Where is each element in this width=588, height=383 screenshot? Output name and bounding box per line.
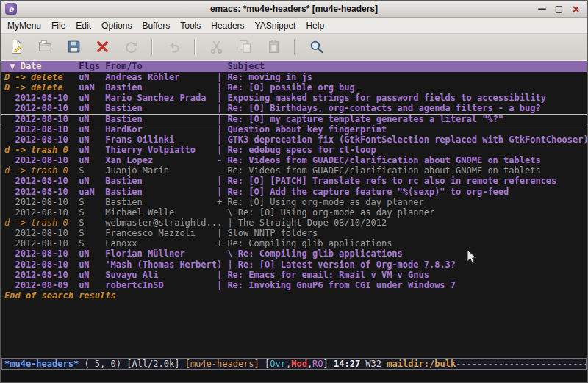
- header-line: ▼ DateFlgsFrom/To Subject: [1, 61, 587, 72]
- refresh-icon[interactable]: [120, 37, 142, 57]
- emacs-icon: e: [5, 3, 17, 15]
- modeline-segment-plain: ]: [323, 359, 334, 369]
- column-header-flags[interactable]: Flgs: [79, 61, 105, 72]
- row-date: -> delete: [15, 82, 79, 93]
- row-mark-char: d: [4, 145, 15, 155]
- message-row[interactable]: 2012-08-10uNBastien| Re: [O] [PATCH] Tra…: [1, 176, 587, 186]
- row-flags: uN: [79, 72, 105, 82]
- frame-content: ▼ DateFlgsFrom/To Subject D-> deleteuNAn…: [1, 60, 587, 382]
- row-flags: uN: [79, 135, 105, 145]
- menu-item-edit[interactable]: Edit: [71, 19, 96, 32]
- minimize-button[interactable]: —: [535, 3, 549, 15]
- close-button[interactable]: ×: [569, 3, 583, 15]
- row-mark-char: [4, 187, 15, 197]
- maximize-button[interactable]: □: [552, 3, 566, 15]
- row-mark-char: [4, 93, 15, 103]
- row-from: Bastien: [105, 82, 211, 93]
- row-mark-char: [4, 176, 15, 186]
- message-row[interactable]: D-> deleteuaNBastien| Re: [O] possible o…: [1, 82, 587, 93]
- copy-icon[interactable]: [234, 37, 256, 57]
- column-header-date[interactable]: ▼ Date: [4, 61, 79, 72]
- menubar: MyMenuFileEditOptionsBuffersToolsHeaders…: [1, 18, 587, 34]
- row-date: 2012-08-10: [15, 103, 79, 113]
- cut-icon[interactable]: [205, 37, 227, 57]
- message-row[interactable]: 2012-08-10uNMario Sanchez Prada| Exposin…: [1, 93, 587, 103]
- message-row[interactable]: 2012-08-10uNFlorian Müllner \ Re: Compil…: [1, 248, 587, 259]
- menu-item-buffers[interactable]: Buffers: [137, 19, 175, 32]
- row-flags: uN: [79, 259, 105, 270]
- modeline-segment-plain: ( 5, 0) [All/2.0k]: [79, 359, 185, 369]
- minibuffer[interactable]: [1, 370, 587, 382]
- message-row[interactable]: 2012-08-10uNBastien| Re: [O] Birthdays, …: [1, 103, 587, 113]
- modeline-segment-ro: RO: [312, 359, 323, 369]
- row-from: Juanjo Marin: [105, 165, 211, 176]
- row-from: Bastien: [105, 187, 211, 197]
- row-subject: | Re: [O] Birthdays, org-contacts and ag…: [217, 103, 587, 113]
- menu-item-help[interactable]: Help: [301, 19, 329, 32]
- close-buffer-icon[interactable]: [91, 37, 113, 57]
- paste-glyph: [266, 39, 282, 54]
- row-mark-char: [4, 114, 15, 124]
- row-subject: - Re: Videos from GUADEC/clarification a…: [217, 155, 587, 165]
- undo-icon[interactable]: [162, 37, 184, 57]
- menu-item-options[interactable]: Options: [96, 19, 137, 32]
- column-header-subject[interactable]: Subject: [217, 61, 265, 72]
- row-date: 2012-08-09: [15, 280, 79, 290]
- message-row[interactable]: 2012-08-10uaNBastien| Re: [O] Add the ca…: [1, 187, 587, 197]
- message-row[interactable]: 2012-08-10SMichael Welle \ Re: [O] Using…: [1, 207, 587, 218]
- paste-icon[interactable]: [262, 37, 284, 57]
- modeline-segment-plain: W32: [360, 359, 387, 369]
- message-list: D-> deleteuNAndreas Röhler| Re: moving i…: [1, 72, 587, 290]
- copy-glyph: [237, 39, 253, 54]
- message-row[interactable]: d-> trash 0SJuanjo Marin- Re: Videos fro…: [1, 165, 587, 176]
- search-icon[interactable]: [305, 37, 327, 57]
- row-mark-char: D: [4, 82, 15, 93]
- mode-line[interactable]: *mu4e-headers* ( 5, 0) [All/2.0k] [mu4e-…: [1, 358, 587, 370]
- message-row[interactable]: 2012-08-10uN'Mash (Thomas Herbert)| Re: …: [1, 259, 587, 270]
- refresh-glyph: [123, 39, 139, 54]
- row-from: Lanoxx: [105, 238, 211, 248]
- modeline-segment-folder: maildir:/bulk: [387, 359, 456, 369]
- row-date: 2012-08-10: [15, 135, 79, 145]
- message-row[interactable]: 2012-08-10SBastien+ Re: [O] Using org-mo…: [1, 197, 587, 207]
- message-row[interactable]: d-> trash 0uNThierry Volpiatto| Re: edeb…: [1, 145, 587, 155]
- row-subject: - Re: Videos from GUADEC/clarification a…: [217, 165, 587, 176]
- mu4e-headers-buffer[interactable]: ▼ DateFlgsFrom/To Subject D-> deleteuNAn…: [1, 60, 587, 358]
- row-mark-char: d: [4, 165, 15, 176]
- row-from: Suvayu Ali: [105, 270, 211, 280]
- menu-item-tools[interactable]: Tools: [175, 19, 206, 32]
- message-row[interactable]: D-> deleteuNAndreas Röhler| Re: moving i…: [1, 72, 587, 82]
- column-header-from[interactable]: From/To: [105, 61, 217, 72]
- message-row[interactable]: 2012-08-10SLanoxx+ Re: Compiling glib ap…: [1, 238, 587, 248]
- row-flags: S: [79, 218, 105, 228]
- message-row[interactable]: d-> trash 0Swebmaster@straightd...| The …: [1, 218, 587, 228]
- message-row[interactable]: 2012-08-10uNBastien| Re: [O] my capture …: [1, 114, 587, 124]
- new-file-icon[interactable]: [5, 37, 27, 57]
- modeline-segment-ovr: Ovr: [270, 359, 286, 369]
- message-row[interactable]: 2012-08-10uNFrans Oilinki| GTK3 deprecat…: [1, 135, 587, 145]
- row-date: 2012-08-10: [15, 124, 79, 135]
- row-date: -> trash 0: [15, 145, 79, 155]
- row-mark-char: [4, 207, 15, 218]
- save-icon[interactable]: [62, 37, 85, 57]
- menu-item-yasnippet[interactable]: YASnippet: [250, 19, 301, 32]
- message-row[interactable]: 2012-08-10uNSuvayu Ali| Re: Emacs for em…: [1, 270, 587, 280]
- row-date: 2012-08-10: [15, 187, 79, 197]
- message-row[interactable]: 2012-08-09uNrobertcInSD| Re: Invoking Gn…: [1, 280, 587, 290]
- menu-item-headers[interactable]: Headers: [206, 19, 249, 32]
- menu-item-mymenu[interactable]: MyMenu: [2, 19, 46, 32]
- row-mark-char: [4, 270, 15, 280]
- message-row[interactable]: 2012-08-10uNHardKor| Question about key …: [1, 124, 587, 135]
- row-from: HardKor: [105, 124, 211, 135]
- row-date: 2012-08-10: [15, 248, 79, 259]
- open-folder-icon[interactable]: [34, 37, 56, 57]
- message-row[interactable]: 2012-08-10SFrancesco Mazzoli| Slow NNTP …: [1, 228, 587, 238]
- row-flags: S: [79, 207, 105, 218]
- row-mark-char: d: [4, 218, 15, 228]
- toolbar-separator: [294, 39, 295, 55]
- menu-item-file[interactable]: File: [46, 19, 71, 32]
- row-date: 2012-08-10: [15, 93, 79, 103]
- row-mark-char: [4, 259, 15, 270]
- message-row[interactable]: 2012-08-10uNXan Lopez- Re: Videos from G…: [1, 155, 587, 165]
- modeline-segment-dashes: ----------------------------------------…: [456, 359, 587, 369]
